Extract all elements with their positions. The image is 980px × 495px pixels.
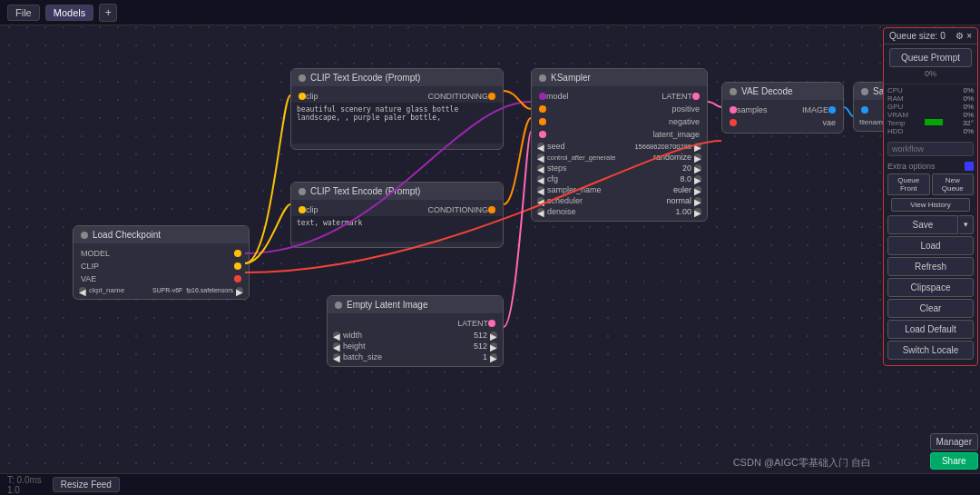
clip1-clip-row: clip CONDITIONING — [291, 90, 503, 103]
batch-row: ◀ batch_size 1 ▶ — [328, 351, 503, 362]
stat-vram: VRAM 0% — [887, 111, 974, 119]
ksampler-model-port — [539, 93, 546, 100]
node-vae-decode-content: samples IMAGE vae — [722, 100, 843, 133]
ksampler-cfg-row: ◀ cfg 8.0 ▶ — [532, 173, 707, 184]
stat-temp: Temp 32° — [887, 119, 974, 127]
denoise-right-btn[interactable]: ▶ — [694, 208, 701, 215]
ckpt-right-btn[interactable]: ▶ — [236, 287, 243, 294]
node-clip-text-2-title: CLIP Text Encode (Prompt) — [310, 186, 420, 196]
node-dot-latent — [335, 302, 342, 309]
seed-left-btn[interactable]: ◀ — [537, 143, 544, 150]
node-empty-latent-content: LATENT ◀ width 512 ▶ ◀ height 512 ▶ ◀ ba… — [328, 313, 503, 366]
coords-text: T: 0.0ms 1.0 — [7, 475, 42, 495]
denoise-left-btn[interactable]: ◀ — [537, 208, 544, 215]
seed-label: seed — [547, 142, 632, 151]
right-panel: Queue size: 0 ⚙ × Queue Prompt 0% CPU 0%… — [883, 27, 978, 366]
queue-prompt-button[interactable]: Queue Prompt — [889, 48, 972, 67]
node-clip-text-1-header: CLIP Text Encode (Prompt) — [291, 69, 503, 86]
queue-front-button[interactable]: Queue Front — [887, 173, 930, 195]
ksampler-latent-row: latent_image — [532, 128, 707, 141]
cfg-label: cfg — [547, 174, 662, 183]
save-arrow-button[interactable]: ▾ — [959, 215, 974, 234]
seed-value: 156686208700286 — [634, 143, 691, 151]
seed-right-btn[interactable]: ▶ — [694, 143, 701, 150]
ckpt-left-btn[interactable]: ◀ — [79, 287, 86, 294]
extra-options-checkbox[interactable] — [965, 162, 974, 171]
steps-right-btn[interactable]: ▶ — [694, 164, 701, 172]
batch-label: batch_size — [343, 352, 457, 361]
switch-locale-button[interactable]: Switch Locale — [887, 341, 974, 360]
stat-gpu: GPU 0% — [887, 103, 974, 111]
clear-button[interactable]: Clear — [887, 299, 974, 318]
cag-right-btn[interactable]: ▶ — [694, 153, 701, 161]
height-left-btn[interactable]: ◀ — [333, 342, 340, 350]
cfg-right-btn[interactable]: ▶ — [694, 175, 701, 183]
tab-models[interactable]: Models — [45, 5, 93, 21]
queue-size-label: Queue size: 0 — [889, 31, 946, 41]
sampler-left-btn[interactable]: ◀ — [537, 186, 544, 193]
sampler-right-btn[interactable]: ▶ — [694, 186, 701, 193]
add-tab-button[interactable]: + — [99, 4, 117, 22]
save-button[interactable]: Save — [887, 215, 958, 234]
workflow-input[interactable] — [887, 142, 974, 156]
stat-vram-value: 0% — [963, 111, 974, 119]
load-default-button[interactable]: Load Default — [887, 320, 974, 339]
node-dot-clip1 — [299, 74, 306, 82]
ksampler-neg-port — [539, 118, 546, 125]
save-images-port — [861, 106, 868, 114]
clip1-textarea[interactable]: beautiful scenery nature glass bottle la… — [291, 103, 503, 144]
bottom-bar: T: 0.0ms 1.0 Resize Feed — [0, 473, 980, 495]
cag-left-btn[interactable]: ◀ — [537, 153, 544, 161]
node-dot-ksampler — [539, 74, 546, 82]
node-load-checkpoint-header: Load Checkpoint — [74, 226, 249, 243]
workflow-section — [884, 137, 977, 160]
stat-ram-label: RAM — [887, 94, 904, 103]
temp-bar — [925, 119, 943, 125]
node-clip-text-2-header: CLIP Text Encode (Prompt) — [291, 183, 503, 200]
denoise-label: denoise — [547, 207, 662, 216]
stat-cpu-label: CPU — [887, 86, 903, 94]
node-clip-text-1-content: clip CONDITIONING beautiful scenery natu… — [291, 86, 503, 149]
height-right-btn[interactable]: ▶ — [490, 342, 497, 350]
vae-output-label: VAE — [81, 274, 96, 283]
vae-samples-port — [730, 106, 737, 114]
clip2-output-label: CONDITIONING — [428, 205, 489, 214]
extra-options-row: Extra options — [887, 161, 974, 172]
close-panel-icon[interactable]: × — [966, 31, 972, 41]
share-button[interactable]: Share — [930, 452, 978, 470]
tab-file[interactable]: File — [7, 5, 40, 21]
node-dot-save — [861, 88, 868, 95]
steps-left-btn[interactable]: ◀ — [537, 164, 544, 172]
refresh-button[interactable]: Refresh — [887, 257, 974, 276]
load-button[interactable]: Load — [887, 236, 974, 255]
new-queue-button[interactable]: New Queue — [932, 173, 975, 195]
batch-right-btn[interactable]: ▶ — [490, 353, 497, 361]
node-empty-latent-header: Empty Latent Image — [328, 296, 503, 313]
settings-icon[interactable]: ⚙ — [956, 31, 964, 41]
cag-value: randomize — [653, 153, 691, 162]
latent-output-row: LATENT — [328, 317, 503, 330]
sched-right-btn[interactable]: ▶ — [694, 197, 701, 204]
view-history-button[interactable]: View History — [891, 198, 970, 212]
resize-feed-button[interactable]: Resize Feed — [53, 477, 120, 492]
stat-vram-label: VRAM — [887, 111, 908, 119]
node-clip-text-2-content: clip CONDITIONING text, watermark — [291, 200, 503, 247]
width-left-btn[interactable]: ◀ — [333, 332, 340, 339]
clip-output-label: CLIP — [81, 262, 99, 271]
clipspace-button[interactable]: Clipspace — [887, 278, 974, 297]
cfg-value: 8.0 — [664, 174, 691, 183]
ksampler-steps-row: ◀ steps 20 ▶ — [532, 163, 707, 173]
batch-left-btn[interactable]: ◀ — [333, 353, 340, 361]
clip2-textarea[interactable]: text, watermark — [291, 216, 503, 242]
clip2-input-port — [299, 206, 306, 213]
clip1-output-port — [488, 93, 495, 100]
progress-bar: 0% — [889, 67, 972, 80]
watermark: CSDN @AIGC零基础入门 自白 — [733, 456, 871, 470]
manager-button[interactable]: Manager — [930, 433, 978, 450]
cfg-left-btn[interactable]: ◀ — [537, 175, 544, 183]
width-value: 512 — [460, 331, 487, 340]
width-right-btn[interactable]: ▶ — [490, 332, 497, 339]
sched-left-btn[interactable]: ◀ — [537, 197, 544, 204]
stat-hdd-label: HDD — [887, 127, 903, 135]
node-ksampler: KSampler model LATENT positive negative … — [531, 68, 708, 222]
